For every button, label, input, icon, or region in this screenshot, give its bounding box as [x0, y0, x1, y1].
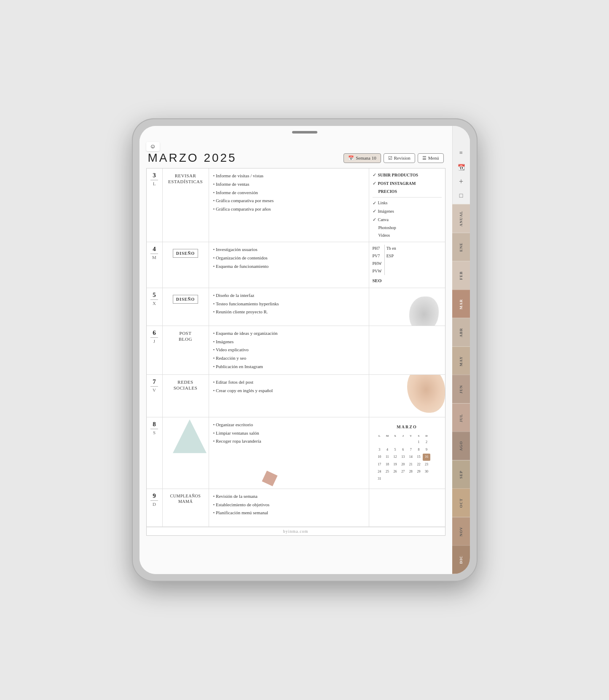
table-row: 5 X DISEÑO Diseño de la interfaz Testeo … [147, 288, 445, 326]
main-content: MARZO 2025 📅 Semana 10 ☑ Revision ☰ Menú [140, 126, 452, 574]
side-panel: ≡ 📆 + □ ANUAL ENE FEB MAR ABR MAY JUN JU… [452, 126, 470, 574]
revision-button[interactable]: ☑ Revision [384, 153, 415, 163]
diseno-badge: DISEÑO [173, 249, 198, 258]
week-button[interactable]: 📅 Semana 10 [343, 153, 381, 163]
header: MARZO 2025 📅 Semana 10 ☑ Revision ☰ Menú [140, 147, 452, 168]
task-revisar: REVISARESTADÍSTICAS [163, 168, 209, 242]
menu-button[interactable]: ☰ Menú [418, 153, 444, 163]
notes-4: Investigación usuarios Organización de c… [209, 242, 369, 288]
side-notes-4: PH7 PV7 PHW PVW Tb en ESP SEO [369, 242, 445, 288]
tab-mar[interactable]: MAR [452, 290, 470, 318]
page-icon[interactable]: □ [455, 190, 467, 202]
mini-calendar: MARZO L M X J V S D [373, 420, 442, 486]
side-notes-3: ✓ SUBIR PRODUCTOS ✓ POST INSTAGRAM PRECI… [369, 168, 445, 242]
check-icon: ☑ [388, 155, 392, 161]
triangle-pink-deco [262, 470, 277, 486]
table-row: 4 M DISEÑO Investigación usuarios Organi… [147, 242, 445, 288]
task-diseno-5: DISEÑO [163, 288, 209, 326]
planner-grid: 3 L REVISARESTADÍSTICAS Informe de visit… [146, 168, 445, 536]
side-notes-6 [369, 326, 445, 374]
tab-nov[interactable]: NOV [452, 517, 470, 546]
tab-anual[interactable]: ANUAL [452, 204, 470, 233]
plus-icon[interactable]: + [455, 176, 467, 187]
tab-may[interactable]: MAY [452, 347, 470, 375]
table-row: 6 J POSTBLOG Esquema de ideas y organiza… [147, 326, 445, 375]
notes-5: Diseño de la interfaz Testeo funcionamie… [209, 288, 369, 326]
footer-row: byinma.com [147, 527, 445, 535]
day-5: 5 X [147, 288, 163, 326]
header-buttons: 📅 Semana 10 ☑ Revision ☰ Menú [343, 153, 443, 163]
side-notes-9 [369, 489, 445, 526]
day-8: 8 S [147, 417, 163, 489]
task-diseno-4: DISEÑO [163, 242, 209, 288]
notes-7: Editar fotos del post Crear copy en ingl… [209, 375, 369, 417]
task-redes: REDESSOCIALES [163, 375, 209, 417]
day-3: 3 L [147, 168, 163, 242]
blob-peach-deco [407, 375, 445, 413]
calendar-icon[interactable]: 📆 [455, 161, 467, 173]
footer-text: byinma.com [147, 527, 445, 535]
notes-9: Revisión de la semana Establecimiento de… [209, 489, 369, 526]
today-marker: 16 [423, 454, 430, 460]
task-post-blog: POSTBLOG [163, 326, 209, 374]
triangle-blue-deco [173, 419, 207, 453]
week-label: Semana 10 [356, 155, 376, 160]
table-row: 7 V REDESSOCIALES Editar fotos del post … [147, 375, 445, 417]
day-9: 9 D [147, 489, 163, 526]
mini-cal-grid: L M X J V S D [376, 433, 438, 483]
notes-8: Organizar escritorio Limpiar ventanas sa… [209, 417, 369, 489]
revision-label: Revision [394, 155, 410, 160]
tablet: ☺ MARZO 2025 📅 Semana 10 ☑ Revision [132, 118, 478, 582]
mini-cal-title: MARZO [376, 423, 438, 431]
table-row: 8 S Organizar escritorio Limpiar ventana… [147, 417, 445, 489]
tab-feb[interactable]: FEB [452, 261, 470, 290]
tab-oct[interactable]: OCT [452, 489, 470, 517]
calendar-small-icon: 📅 [348, 155, 354, 161]
menu-label: Menú [428, 155, 439, 160]
side-notes-8: MARZO L M X J V S D [369, 417, 445, 489]
day-6: 6 J [147, 326, 163, 374]
tab-jul[interactable]: JUL [452, 403, 470, 432]
month-tabs: ANUAL ENE FEB MAR ABR MAY JUN JUL AGO SE… [452, 204, 470, 574]
task-8 [163, 417, 209, 489]
menu-lines-icon[interactable]: ≡ [455, 147, 467, 159]
tab-abr[interactable]: ABR [452, 318, 470, 347]
day-7: 7 V [147, 375, 163, 417]
toolbar: ≡ 📆 + □ [452, 126, 470, 204]
menu-icon: ☰ [422, 155, 427, 161]
page-title: MARZO 2025 [148, 151, 237, 165]
task-cumpleanos: CUMPLEAÑOSMAMÁ [163, 489, 209, 526]
side-notes-7 [369, 375, 445, 417]
notes-6: Esquema de ideas y organización Imágenes… [209, 326, 369, 374]
side-notes-5 [369, 288, 445, 326]
tablet-screen: ☺ MARZO 2025 📅 Semana 10 ☑ Revision [140, 126, 470, 574]
home-icon[interactable]: ☺ [146, 142, 160, 151]
diseno-badge-5: DISEÑO [173, 295, 198, 304]
day-4: 4 M [147, 242, 163, 288]
home-icon-area: ☺ [146, 142, 160, 151]
notes-3: Informe de visitas / vistas Informe de v… [209, 168, 369, 242]
tab-dic[interactable]: DIC [452, 545, 470, 574]
tab-sep[interactable]: SEP [452, 460, 470, 489]
tab-ago[interactable]: AGO [452, 432, 470, 460]
table-row: 9 D CUMPLEAÑOSMAMÁ Revisión de la semana… [147, 489, 445, 527]
tab-jun[interactable]: JUN [452, 375, 470, 403]
tab-ene[interactable]: ENE [452, 233, 470, 262]
table-row: 3 L REVISARESTADÍSTICAS Informe de visit… [147, 168, 445, 242]
blob-gray-deco [409, 297, 439, 326]
